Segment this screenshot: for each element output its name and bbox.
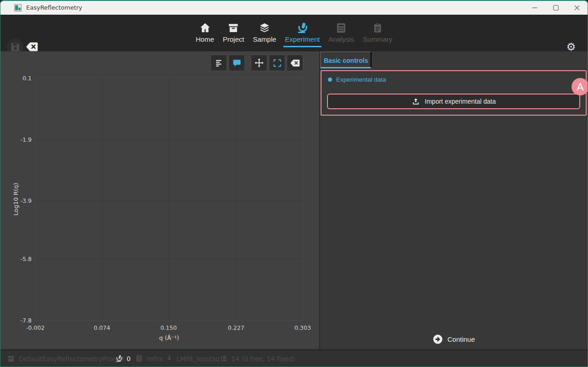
x-gridline — [169, 78, 169, 320]
nav-label: Sample — [253, 35, 276, 43]
y-tick-label: -5.8 — [21, 256, 32, 262]
statusbar: DefaultEasyReflectometryProject 0 refnx … — [0, 349, 588, 367]
nav-label: Experiment — [285, 35, 320, 43]
continue-label: Continue — [447, 335, 475, 343]
nav-item-summary[interactable]: Summary — [361, 20, 394, 47]
nav-item-home[interactable]: Home — [194, 20, 216, 47]
minimize-button[interactable] — [524, 1, 545, 15]
minimizer-arrow-icon — [166, 355, 173, 362]
minimize-icon — [532, 5, 538, 11]
nav-item-sample[interactable]: Sample — [251, 20, 278, 47]
plot-lines-button[interactable] — [211, 55, 227, 71]
nav-item-analysis[interactable]: Analysis — [327, 20, 356, 47]
chart-panel: -0.0020.0740.1500.2270.3030.1-1.9-3.9-5.… — [0, 51, 320, 349]
app-icon — [14, 4, 22, 11]
y-gridline — [35, 200, 303, 201]
status-experiments-count: 0 — [115, 350, 131, 367]
y-tick-label: 0.1 — [22, 75, 32, 82]
y-axis-title: Log10 R(q) — [12, 183, 19, 215]
nav-label: Summary — [363, 35, 392, 43]
titlebar: EasyReflectometry — [0, 1, 588, 15]
expand-corners-icon — [272, 58, 282, 68]
speech-bubble-icon — [232, 58, 242, 68]
status-calculator-label: refnx — [147, 355, 163, 362]
reset-state-button[interactable] — [25, 41, 39, 52]
y-tick-label: -7.8 — [21, 317, 32, 324]
nav-label: Analysis — [328, 35, 354, 43]
chart-toolbar — [211, 55, 303, 71]
x-tick-label: -0.002 — [26, 324, 44, 331]
microscope-icon — [296, 21, 309, 34]
window-controls — [524, 1, 588, 15]
y-gridline — [35, 259, 303, 259]
x-tick-label: 0.074 — [94, 324, 110, 331]
tutorial-highlight-region: Experimental data Import experimental da… — [321, 70, 587, 116]
project-box-icon — [227, 21, 239, 34]
tutorial-badge-a: A — [571, 78, 588, 95]
status-parameters-label: 14 (0 free, 14 fixed) — [231, 355, 295, 362]
status-experiments-label: 0 — [127, 355, 131, 362]
side-panel: Basic controls Experimental data Import … — [320, 51, 588, 349]
calculator-icon — [135, 355, 143, 362]
plot-area[interactable]: -0.0020.0740.1500.2270.3030.1-1.9-3.9-5.… — [35, 78, 303, 321]
close-button[interactable] — [566, 1, 588, 15]
parameters-list-icon — [220, 355, 227, 362]
x-gridline — [236, 78, 237, 320]
clear-plot-button[interactable] — [287, 55, 303, 71]
continue-button[interactable]: Continue — [320, 334, 588, 345]
import-button-label: Import experimental data — [425, 98, 496, 105]
home-icon — [199, 21, 211, 34]
chart-toolbar-group-left — [211, 55, 245, 71]
x-gridline — [102, 78, 102, 320]
maximize-icon — [553, 5, 559, 11]
close-icon — [574, 5, 580, 11]
window-title: EasyReflectometry — [26, 4, 82, 11]
y-gridline — [35, 139, 303, 140]
app-window: EasyReflectometry Home — [0, 0, 588, 367]
backspace-icon — [290, 59, 300, 67]
clipboard-icon — [372, 21, 383, 34]
chart-toolbar-group-right — [251, 55, 303, 71]
content: -0.0020.0740.1500.2270.3030.1-1.9-3.9-5.… — [0, 51, 588, 349]
save-floppy-icon — [10, 41, 21, 53]
tab-basic-controls[interactable]: Basic controls — [320, 51, 372, 68]
y-tick-label: -3.9 — [21, 197, 32, 204]
layers-icon — [258, 21, 271, 34]
section-title: Experimental data — [336, 76, 386, 83]
backspace-icon — [25, 41, 39, 52]
topbar: Home Project Sample Experiment — [0, 15, 588, 51]
calculator-icon — [335, 21, 347, 34]
upload-icon — [411, 97, 420, 106]
autoscale-button[interactable] — [269, 55, 285, 71]
nav-item-experiment[interactable]: Experiment — [283, 20, 322, 47]
project-box-icon — [7, 355, 15, 363]
nav-label: Project — [223, 35, 244, 43]
import-experimental-data-button[interactable]: Import experimental data — [327, 94, 580, 109]
status-minimizer-label: LMFit_leastsq — [177, 355, 219, 362]
x-axis-title: q (Å⁻¹) — [35, 334, 303, 341]
y-tick-label: -1.9 — [21, 136, 32, 143]
x-tick-label: 0.303 — [294, 324, 311, 331]
x-tick-label: 0.227 — [228, 324, 244, 331]
status-calculator-engine: refnx — [135, 350, 163, 367]
status-minimizer: LMFit_leastsq — [166, 350, 219, 367]
section-bullet-icon — [328, 78, 332, 82]
nav-item-project[interactable]: Project — [221, 20, 246, 47]
maximize-button[interactable] — [545, 1, 566, 15]
align-lines-icon — [214, 58, 224, 68]
x-tick-label: 0.150 — [161, 324, 177, 331]
experimental-data-section-header[interactable]: Experimental data — [328, 76, 386, 83]
status-parameters: 14 (0 free, 14 fixed) — [220, 350, 295, 367]
continue-arrow-icon — [433, 334, 443, 345]
main-navigation: Home Project Sample Experiment — [194, 20, 394, 47]
pan-button[interactable] — [251, 55, 267, 71]
hover-tooltip-button[interactable] — [228, 55, 245, 71]
move-arrows-icon — [254, 58, 264, 68]
status-project-label: DefaultEasyReflectometryProject — [19, 355, 125, 362]
status-project-name: DefaultEasyReflectometryProject — [7, 350, 125, 367]
microscope-icon — [115, 355, 123, 362]
nav-label: Home — [196, 35, 214, 43]
